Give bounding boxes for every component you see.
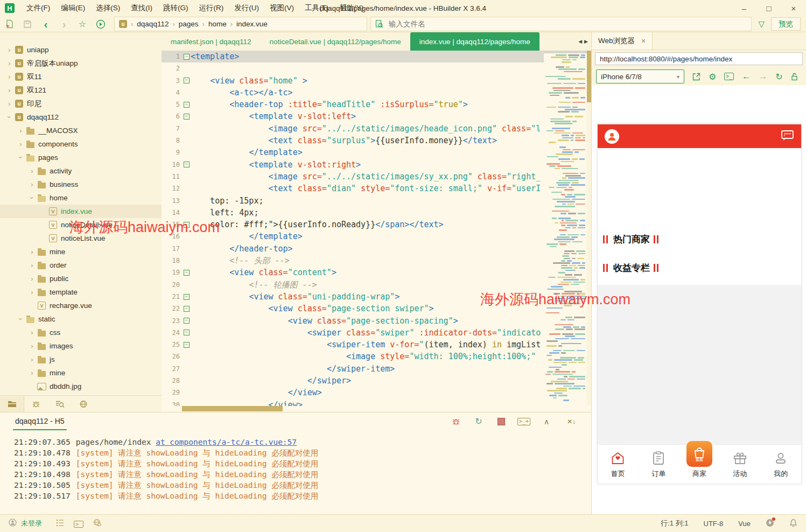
code-line[interactable]: 29 </view> (162, 387, 591, 398)
run-icon[interactable] (92, 17, 110, 32)
settings-icon[interactable]: ⚙ (709, 72, 716, 82)
tab-prev-icon[interactable]: ◀ (578, 39, 582, 44)
bug-icon[interactable] (24, 396, 48, 412)
code-line[interactable]: 1−<template> (162, 51, 591, 62)
tree-item-index.vue[interactable]: Vindex.vue (0, 205, 162, 218)
tree-chevron-icon[interactable]: › (5, 100, 13, 108)
fold-marker-icon[interactable]: − (183, 110, 191, 122)
tree-item-components[interactable]: ›components (0, 137, 162, 151)
fold-marker-icon[interactable]: − (183, 51, 191, 62)
tree-item-home[interactable]: ›home (0, 191, 162, 205)
tree-item-uniapp[interactable]: ›uuniapp (0, 43, 162, 57)
login-status[interactable]: 未登录 (21, 519, 42, 528)
code-line[interactable]: 16 </template> (162, 230, 591, 242)
tree-chevron-icon[interactable]: › (28, 328, 36, 337)
code-line[interactable]: 20 <!-- 轮播图 --> (162, 279, 591, 291)
tree-item-business[interactable]: ›business (0, 178, 162, 191)
tree-chevron-icon[interactable]: › (17, 315, 25, 323)
code-line[interactable]: 26 <image style="width: 100%;height:100%… (162, 351, 591, 362)
tree-chevron-icon[interactable]: › (5, 59, 13, 67)
code-line[interactable]: 21− <view class="uni-padding-wrap"> (162, 291, 591, 303)
language-mode[interactable]: Vue (738, 520, 751, 528)
menu-item[interactable]: 文件(F) (21, 3, 55, 13)
code-line[interactable]: 9 </template> (162, 146, 591, 158)
tree-item-mine[interactable]: ›mine (0, 245, 162, 258)
code-line[interactable]: 2 (162, 62, 591, 74)
new-file-icon[interactable] (0, 17, 18, 32)
menu-item[interactable]: 视图(V) (264, 3, 299, 13)
tree-item-order[interactable]: ›order (0, 258, 162, 272)
tree-item-noticeDetail.vue[interactable]: VnoticeDetail.vue (0, 218, 162, 232)
tree-item-帝启版本uniapp[interactable]: ›u帝启版本uniapp (0, 57, 162, 70)
open-in-browser-icon[interactable] (692, 73, 700, 81)
log-source-link[interactable]: at components/a-tc/a-tc.vue:57 (156, 438, 297, 446)
file-search-box[interactable] (370, 17, 752, 31)
refresh-icon[interactable]: ↻ (775, 72, 782, 82)
tree-chevron-icon[interactable]: › (5, 73, 13, 81)
code-line[interactable]: 12 <text class="dian" style="font-size: … (162, 183, 591, 194)
fold-marker-icon[interactable]: − (183, 75, 191, 87)
code-line[interactable]: 11 <image src="../../static/images/sy_xx… (162, 171, 591, 183)
search-input[interactable] (388, 19, 747, 29)
history-forward-icon[interactable]: › (55, 17, 73, 32)
fold-marker-icon[interactable]: − (183, 315, 191, 327)
tree-chevron-icon[interactable]: › (28, 355, 36, 363)
save-icon[interactable] (18, 17, 37, 32)
tree-item-__MACOSX[interactable]: ›__MACOSX (0, 124, 162, 137)
star-icon[interactable]: ☆ (73, 17, 92, 32)
code-line[interactable]: 10− <template v-slot:right> (162, 159, 591, 171)
new-terminal-icon[interactable]: >_+ (519, 417, 529, 426)
tree-item-dqaqq112[interactable]: ›udqaqq112 (0, 110, 162, 124)
tree-item-images[interactable]: ›images (0, 339, 162, 353)
tree-chevron-icon[interactable]: › (28, 180, 36, 188)
menu-item[interactable]: 选择(S) (90, 3, 125, 13)
tree-chevron-icon[interactable]: › (28, 248, 36, 256)
history-back-icon[interactable]: ‹ (37, 17, 55, 32)
close-tab-icon[interactable]: × (641, 37, 646, 45)
tree-chevron-icon[interactable]: › (28, 342, 36, 350)
tree-chevron-icon[interactable]: › (17, 153, 25, 162)
editor-tab[interactable]: manifest.json | dqaqq112 (162, 32, 261, 51)
breadcrumb-item[interactable]: home (208, 20, 227, 28)
tree-chevron-icon[interactable]: › (17, 140, 25, 148)
tab-bar-item-活动[interactable]: 活动 (720, 445, 761, 484)
code-line[interactable]: 22− <view class="page-section swiper"> (162, 303, 591, 314)
tree-chevron-icon[interactable]: › (28, 167, 36, 175)
tree-item-css[interactable]: ›css (0, 326, 162, 339)
code-line[interactable]: 3− <view class="home" > (162, 75, 591, 87)
vertical-scrollbar-thumb[interactable] (587, 51, 591, 102)
tab-bar-item-商家[interactable]: 鑫鑫商家 (679, 445, 720, 484)
code-line[interactable]: 28 </swiper> (162, 375, 591, 387)
folder-tab-icon[interactable] (0, 396, 24, 412)
bell-icon[interactable] (789, 519, 797, 529)
tab-scroll-arrows[interactable]: ◀ ▶ (578, 32, 591, 51)
maximize-button[interactable]: □ (756, 0, 781, 16)
browser-tab[interactable]: Web浏览器 × (592, 32, 653, 50)
tree-item-js[interactable]: ›js (0, 353, 162, 366)
tree-chevron-icon[interactable]: › (5, 113, 13, 121)
breadcrumb-item[interactable]: pages (179, 20, 199, 28)
tree-chevron-icon[interactable]: › (28, 369, 36, 377)
tree-item-印尼[interactable]: ›u印尼 (0, 97, 162, 110)
vertical-scrollbar[interactable] (587, 51, 591, 405)
tree-chevron-icon[interactable]: › (28, 275, 36, 283)
tree-chevron-icon[interactable]: › (28, 288, 36, 296)
terminal-icon[interactable]: >_ (724, 73, 734, 80)
fold-marker-icon[interactable]: − (183, 99, 191, 110)
code-line[interactable]: 14 left: 4px; (162, 207, 591, 219)
url-input[interactable] (595, 52, 803, 65)
code-line[interactable]: 19− <view class="content"> (162, 267, 591, 278)
tree-chevron-icon[interactable]: › (5, 46, 13, 54)
fold-marker-icon[interactable]: − (183, 219, 191, 230)
device-selector[interactable]: iPhone 6/7/8 ▾ (596, 69, 684, 83)
tree-item-activity[interactable]: ›activity (0, 164, 162, 178)
code-line[interactable]: 6− <template v-slot:left> (162, 110, 591, 122)
minimize-button[interactable]: – (732, 0, 756, 16)
code-line[interactable]: 7 <image src="../../static/images/heade_… (162, 123, 591, 135)
avatar[interactable] (605, 129, 619, 144)
outline-list-icon[interactable] (56, 519, 64, 528)
editor-tab[interactable]: noticeDetail.vue | dqaqq112/pages/home (261, 32, 410, 51)
tab-next-icon[interactable]: ▶ (584, 39, 588, 44)
close-button[interactable]: × (781, 0, 806, 16)
tree-item-public[interactable]: ›public (0, 272, 162, 285)
